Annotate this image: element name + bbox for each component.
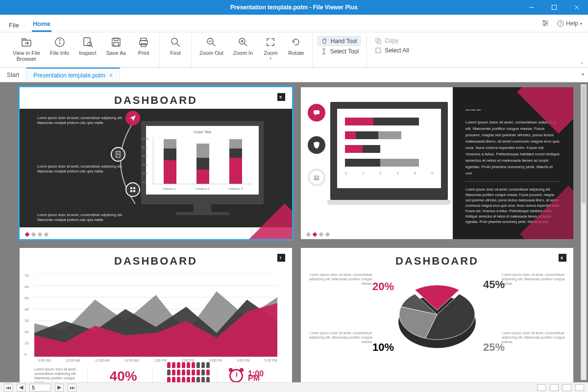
chat-icon [308,104,325,122]
svg-rect-39 [376,48,381,53]
select-all-button[interactable]: Select All [372,46,412,55]
view-mode-4[interactable] [575,384,584,391]
menu-bar: File Home ? Help ▾ [0,15,588,32]
view-in-browser-button[interactable]: View in File Browser [10,35,43,63]
page-number-input[interactable] [29,384,51,392]
chevron-down-icon: ▾ [580,22,582,26]
view-mode-1[interactable] [537,384,546,391]
svg-rect-43 [130,187,132,189]
slide-viewport: DASHBOARD5 Lorem ipsum dolor sit amet, c… [0,82,588,382]
slide-thumbnail-5[interactable]: DASHBOARD5 Lorem ipsum dolor sit amet, c… [20,87,292,239]
scrollbar-thumb[interactable] [582,86,586,203]
svg-point-15 [59,40,60,41]
clock-stat: 1:00 PM [229,369,277,382]
select-all-icon [375,47,382,54]
svg-rect-47 [314,110,319,114]
svg-line-18 [91,46,93,47]
tab-file[interactable]: Presentation template.potm× [26,68,120,82]
print-icon [138,36,149,48]
last-page-button[interactable]: ⏭ [68,384,76,392]
svg-text:?: ? [560,21,562,26]
hand-tool-button[interactable]: Hand Tool [318,36,361,46]
people-infographic [165,360,213,383]
view-mode-2[interactable] [550,384,559,391]
folder-arrow-icon [21,36,32,48]
select-tool-button[interactable]: Select Tool [318,47,362,56]
copy-button[interactable]: Copy [372,36,401,45]
svg-rect-46 [133,190,135,192]
horizontal-bar-chart [345,118,433,167]
close-button[interactable] [565,0,588,15]
collapse-ribbon-icon[interactable]: ⌄ [580,59,584,65]
prev-page-button[interactable]: ◀ [17,384,25,392]
zoom-button[interactable]: Zoom▾ [260,35,281,63]
copy-icon [375,37,382,44]
minimize-button[interactable] [520,0,543,15]
first-page-button[interactable]: ⏮ [4,384,13,392]
view-mode-3[interactable] [563,384,571,391]
window-title: Presentation template.potm - File Viewer… [230,4,358,11]
save-icon [110,36,122,48]
slide-thumbnail-6[interactable]: 012345 ——— Lorem ipsum dolor sit amet, c… [301,87,573,239]
svg-line-29 [213,44,215,46]
search-icon [170,36,181,48]
vertical-scrollbar[interactable] [581,84,587,380]
shield-icon [308,136,325,154]
pie-label-20: 20% [372,280,394,293]
save-as-button[interactable]: Save As [103,35,129,57]
file-info-button[interactable]: File Info [47,35,72,57]
rotate-button[interactable]: Rotate [285,35,307,57]
svg-rect-24 [141,44,146,47]
print-button[interactable]: Print [133,35,154,57]
pie-label-25: 25% [483,341,505,354]
slide-thumbnail-8[interactable]: DASHBOARD8 Lorem ipsum dolor sit amet, c… [301,248,573,382]
svg-point-48 [314,175,317,178]
svg-rect-20 [114,38,118,41]
pie-label-10: 10% [372,341,394,354]
stat-percent: 40% [99,374,147,378]
paper-plane-icon [125,111,140,125]
slide-pager [307,233,329,236]
svg-rect-16 [84,38,90,46]
svg-rect-1 [552,5,557,10]
pie-label-45: 45% [483,278,505,291]
svg-point-49 [317,175,319,178]
svg-line-26 [177,44,180,47]
zoom-out-icon [205,36,217,48]
help-button[interactable]: ? Help ▾ [557,20,582,27]
tab-start[interactable]: Start [0,68,26,82]
ribbon: View in File Browser File Info Inspect S… [0,32,588,68]
expand-icon [265,36,276,48]
menu-file[interactable]: File [8,18,20,32]
info-icon [54,36,66,48]
slide-title: DASHBOARD5 [20,87,292,110]
document-icon [111,147,125,162]
find-button[interactable]: Find [165,35,186,57]
monitor-graphic: Chart Title 100%80%60%40%20%0% Category … [141,121,264,215]
slide-pager [25,233,48,236]
next-page-button[interactable]: ▶ [55,384,64,392]
inspect-button[interactable]: Inspect [76,35,99,57]
status-bar: ⏮ ◀ ▶ ⏭ [0,382,588,392]
document-tabs: Start Presentation template.potm× ▾ [0,68,588,82]
svg-rect-21 [114,43,119,46]
menu-home[interactable]: Home [32,16,51,32]
zoom-out-button[interactable]: Zoom Out [196,35,226,57]
svg-rect-45 [130,190,132,192]
grid-icon [125,182,140,197]
rotate-icon [290,36,302,48]
zoom-in-button[interactable]: Zoom In [230,35,256,57]
area-chart [34,273,277,357]
title-bar: Presentation template.potm - File Viewer… [0,0,588,15]
slide-thumbnail-7[interactable]: DASHBOARD7 706050403020100 9:00 AM10:00 … [20,248,292,382]
monitor-graphic: 012345 [330,102,448,205]
text-cursor-icon [320,48,327,55]
alarm-clock-icon [229,369,243,382]
maximize-button[interactable] [543,0,565,15]
svg-rect-44 [133,187,135,189]
settings-icon[interactable] [541,20,549,28]
svg-line-33 [245,44,247,46]
svg-rect-22 [141,38,147,41]
tab-overflow-icon[interactable]: ▾ [582,72,584,77]
close-tab-icon[interactable]: × [109,72,113,79]
